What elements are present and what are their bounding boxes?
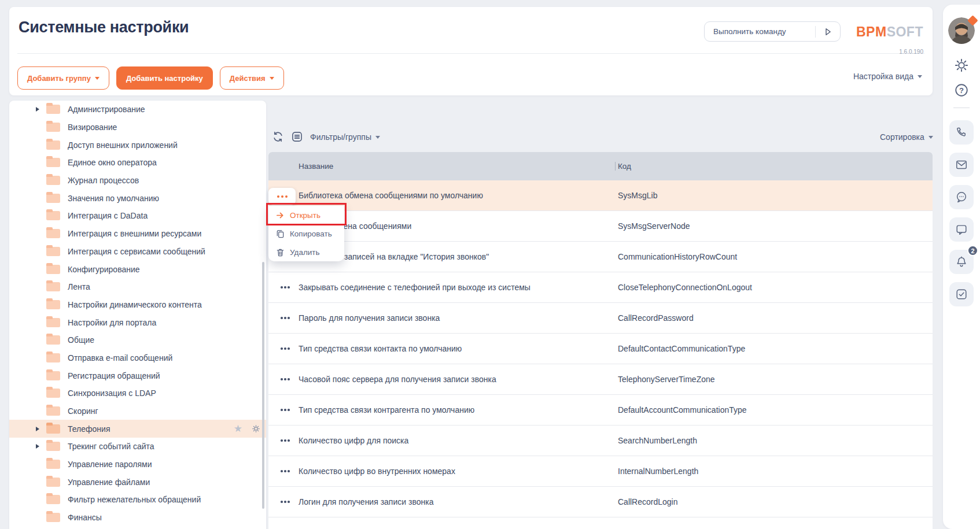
expand-arrow-icon[interactable] [36,444,39,449]
folder-icon [46,460,60,469]
right-sidebar: ? 2 [943,5,980,529]
tree-item[interactable]: Конфигурирование [9,260,266,278]
check-square-icon [955,288,968,301]
table-row-selected[interactable]: Библиотека обмена сообщениями по умолчан… [268,180,933,211]
refresh-icon[interactable] [272,131,284,143]
tree-item[interactable]: Лента [9,278,266,296]
tree-item[interactable]: Доступ внешних приложений [9,136,266,154]
tree-item[interactable]: Интеграция с сервисами сообщений [9,243,266,261]
phone-icon [955,126,968,139]
table-row[interactable]: Часовой пояс сервера для получения запис… [268,364,933,395]
list-view-icon[interactable] [291,131,303,143]
column-header-name[interactable]: Название [299,162,618,171]
tree-item[interactable]: Синхронизация с LDAP [9,384,266,402]
favorite-star-icon[interactable]: ★ [234,424,242,434]
folder-icon [46,478,60,487]
row-actions-button[interactable] [273,372,297,386]
table-row[interactable]: Количество цифр для поискаSearchNumberLe… [268,426,933,456]
tree-item[interactable]: Настройки динамического контента [9,296,266,314]
table-row[interactable]: Количество записей на вкладке "История з… [268,242,933,272]
envelope-icon [955,158,968,171]
tasks-button[interactable] [949,282,974,306]
settings-gear-icon[interactable] [954,58,969,73]
chat-dots-icon [955,191,968,204]
header-actions: Добавить группу Добавить настройку Дейст… [17,66,284,90]
context-menu-copy[interactable]: Копировать [268,224,344,243]
speech-bubble-icon [955,223,968,236]
row-actions-button[interactable] [273,280,297,294]
row-actions-button[interactable] [273,495,297,509]
tree-item[interactable]: Визирование [9,119,266,136]
notification-badge: 2 [967,245,978,256]
tree-item[interactable]: Интеграция с внешними ресурсами [9,225,266,243]
row-actions-button[interactable] [273,342,297,356]
folder-icon [46,335,60,345]
tree-item[interactable]: Значения по умолчанию [9,189,266,207]
folder-icon [46,389,60,398]
table-row[interactable]: Тип средства связи контрагента по умолча… [268,395,933,426]
actions-button[interactable]: Действия [220,66,284,90]
column-header-code[interactable]: Код [615,162,933,171]
folder-icon [46,194,60,203]
tree-scrollbar[interactable] [262,262,264,509]
folder-icon [46,176,60,185]
sort-button[interactable]: Сортировка [880,132,933,142]
calls-button[interactable] [949,120,974,145]
expand-arrow-icon[interactable] [36,427,39,431]
folder-icon [46,158,60,167]
help-icon[interactable]: ? [954,83,969,98]
run-command-icon[interactable] [816,22,840,41]
table-row[interactable]: Закрывать соединение с телефонией при вы… [268,272,933,303]
folder-icon [46,513,60,522]
version-label: 1.6.0.190 [865,49,923,55]
chevron-down-icon [375,136,380,139]
notifications-button[interactable]: 2 [949,250,974,274]
folder-icon [46,265,60,274]
tree-item[interactable]: Отправка e-mail сообщений [9,349,266,367]
tree-item[interactable]: Администрирование [9,101,266,119]
tree-item[interactable]: Настройки для портала [9,313,266,331]
row-actions-button[interactable] [273,434,297,447]
user-avatar[interactable] [948,17,975,44]
table-row[interactable]: Сервер обмена сообщениямиSysMsgServerNod… [268,211,933,242]
command-input[interactable]: Выполнить команду [705,27,815,36]
copy-icon [276,230,285,238]
comments-button[interactable] [949,217,974,242]
table-row[interactable]: Тип средства связи контакта по умолчанию… [268,334,933,364]
table-row[interactable]: Количество цифр во внутренних номерахInt… [268,456,933,487]
bpmsoft-logo: BPMSOFT [856,24,923,40]
tree-item[interactable]: Фильтр нежелательных обращений [9,491,266,509]
annotation-highlight-box [266,203,347,225]
tree-item[interactable]: Финансы [9,509,266,527]
table-header: Название Код [268,152,933,180]
row-actions-button[interactable] [273,311,297,325]
command-line[interactable]: Выполнить команду [704,21,841,42]
context-menu-delete[interactable]: Удалить [268,243,344,261]
folder-icon [46,442,60,451]
group-chat-button[interactable] [949,185,974,209]
view-settings-button[interactable]: Настройка вида [853,72,922,81]
tree-item[interactable]: Интеграция с DaData [9,207,266,225]
email-button[interactable] [949,153,974,177]
group-settings-gear-icon[interactable] [252,424,260,433]
tree-item[interactable]: Управление файлами [9,473,266,491]
tree-item-selected[interactable]: Телефония ★ [9,420,266,438]
row-actions-button[interactable] [273,403,297,417]
tree-item[interactable]: Журнал процессов [9,172,266,190]
tree-item[interactable]: Скоринг [9,402,266,420]
tree-item[interactable]: Трекинг событий сайта [9,438,266,456]
folder-icon [46,247,60,256]
tree-item[interactable]: Регистрация обращений [9,367,266,384]
add-setting-button[interactable]: Добавить настройку [116,66,213,90]
tree-item[interactable]: Единое окно оператора [9,154,266,172]
sidebar-divider [953,108,970,108]
tree-item[interactable]: Общие [9,331,266,349]
expand-arrow-icon[interactable] [36,107,39,112]
add-group-button[interactable]: Добавить группу [17,66,109,90]
folder-icon [46,318,60,327]
table-row[interactable]: Пароль для получения записи звонкаCallRe… [268,303,933,334]
row-actions-button[interactable] [273,464,297,478]
table-row[interactable]: Логин для получения записи звонкаCallRec… [268,487,933,517]
tree-item[interactable]: Управление паролями [9,456,266,473]
filters-groups-button[interactable]: Фильтры/группы [310,132,380,142]
